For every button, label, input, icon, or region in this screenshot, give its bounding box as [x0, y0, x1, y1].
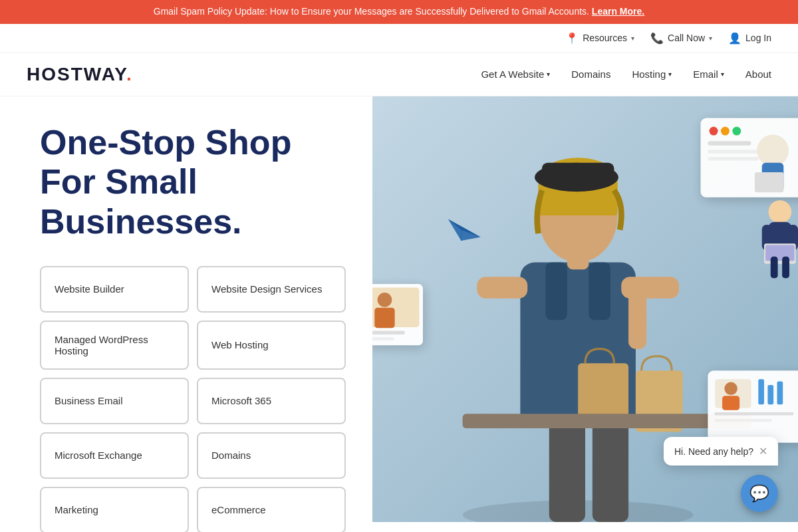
nav-item-hosting[interactable]: Hosting ▾ [632, 68, 672, 80]
svg-rect-29 [708, 157, 758, 160]
svg-rect-55 [782, 256, 789, 278]
svg-point-25 [721, 126, 730, 135]
svg-point-41 [724, 382, 737, 395]
hero-grid: Website Builder Website Design Services … [40, 266, 346, 532]
svg-point-24 [710, 126, 718, 135]
card-microsoft-365[interactable]: Microsoft 365 [197, 378, 346, 424]
svg-point-48 [769, 200, 792, 223]
chat-bubble: Hi. Need any help? ✕ [664, 437, 778, 466]
svg-rect-44 [767, 384, 773, 404]
nav-label-domains: Domains [571, 68, 610, 80]
svg-rect-19 [463, 414, 751, 428]
nav-label-get-a-website: Get A Website [481, 68, 544, 80]
nav-item-domains[interactable]: Domains [571, 68, 610, 80]
nav-chevron-get-a-website: ▾ [547, 70, 550, 78]
svg-rect-38 [372, 337, 394, 340]
resources-chevron: ▾ [631, 35, 634, 42]
nav-item-get-a-website[interactable]: Get A Website ▾ [481, 68, 550, 80]
svg-rect-3 [549, 414, 585, 522]
svg-rect-4 [593, 414, 628, 522]
svg-rect-46 [714, 412, 793, 415]
svg-point-30 [757, 134, 789, 166]
svg-point-26 [732, 126, 741, 135]
announcement-text: Gmail Spam Policy Update: How to Ensure … [154, 6, 589, 17]
card-website-design-services[interactable]: Website Design Services [197, 266, 346, 313]
chat-widget: Hi. Need any help? ✕ 💬 [741, 475, 778, 512]
svg-rect-47 [714, 418, 772, 421]
svg-rect-36 [374, 307, 394, 327]
card-marketing[interactable]: Marketing [40, 487, 189, 532]
svg-rect-16 [542, 162, 614, 184]
nav-item-about[interactable]: About [745, 68, 771, 80]
card-website-builder[interactable]: Website Builder [40, 266, 189, 313]
nav-chevron-hosting: ▾ [668, 70, 672, 78]
svg-rect-42 [722, 396, 739, 410]
logo-dot: . [126, 64, 133, 84]
card-domains[interactable]: Domains [197, 432, 346, 479]
call-now-label: Call Now [668, 33, 705, 43]
card-web-hosting[interactable]: Web Hosting [197, 321, 346, 370]
phone-icon: 📞 [650, 32, 664, 45]
svg-rect-54 [771, 256, 778, 278]
svg-point-35 [378, 293, 392, 307]
pin-icon: 📍 [565, 32, 579, 45]
svg-rect-7 [589, 262, 610, 320]
chat-bubble-text: Hi. Need any help? [674, 446, 753, 457]
nav-item-email[interactable]: Email ▾ [693, 68, 724, 80]
resources-label: Resources [583, 33, 627, 43]
svg-rect-37 [372, 331, 405, 334]
utility-nav: 📍 Resources ▾ 📞 Call Now ▾ 👤 Log In [0, 24, 798, 53]
hero-left: One-Stop Shop For Small Businesses. Webs… [0, 96, 372, 522]
user-icon: 👤 [728, 32, 741, 45]
login-label: Log In [745, 33, 771, 43]
svg-rect-6 [545, 262, 567, 320]
announcement-bar: Gmail Spam Policy Update: How to Ensure … [0, 0, 798, 24]
svg-rect-27 [708, 141, 751, 146]
chat-open-button[interactable]: 💬 [741, 475, 778, 512]
svg-rect-53 [765, 245, 794, 261]
svg-rect-45 [777, 381, 783, 404]
nav-chevron-email: ▾ [721, 70, 724, 78]
logo[interactable]: HOSTWAY. [27, 64, 133, 85]
svg-rect-43 [758, 379, 764, 404]
hero-title: One-Stop Shop For Small Businesses. [40, 123, 346, 242]
nav-label-hosting: Hosting [632, 68, 666, 80]
logo-text: HOSTWAY [27, 64, 126, 84]
card-ecommerce[interactable]: eCommerce [197, 487, 346, 532]
svg-rect-8 [477, 277, 527, 299]
call-now-chevron: ▾ [709, 35, 712, 42]
nav-label-about: About [745, 68, 771, 80]
main-header: HOSTWAY. Get A Website ▾ Domains Hosting… [0, 53, 798, 96]
svg-rect-10 [628, 291, 646, 348]
main-nav: Get A Website ▾ Domains Hosting ▾ Email … [481, 68, 771, 80]
announcement-link[interactable]: Learn More. [592, 6, 644, 17]
svg-rect-32 [755, 172, 783, 192]
chat-icon: 💬 [749, 484, 769, 503]
resources-nav-item[interactable]: 📍 Resources ▾ [565, 32, 634, 45]
svg-rect-28 [708, 150, 765, 153]
nav-label-email: Email [693, 68, 718, 80]
call-now-nav-item[interactable]: 📞 Call Now ▾ [650, 32, 712, 45]
card-microsoft-exchange[interactable]: Microsoft Exchange [40, 432, 189, 479]
card-business-email[interactable]: Business Email [40, 378, 189, 424]
login-nav-item[interactable]: 👤 Log In [728, 32, 771, 45]
chat-close-button[interactable]: ✕ [759, 445, 767, 458]
card-managed-wordpress-hosting[interactable]: Managed WordPress Hosting [40, 321, 189, 370]
